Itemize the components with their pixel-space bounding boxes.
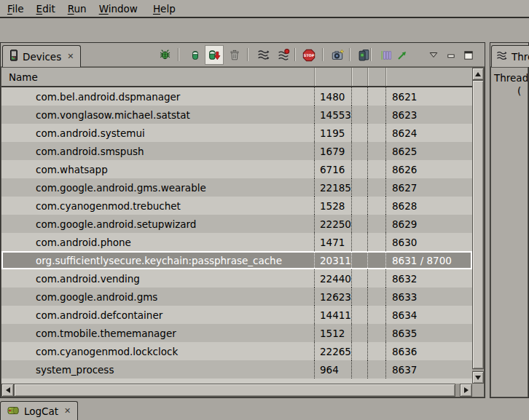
screen-capture-button[interactable]	[328, 45, 347, 65]
device-table-row[interactable]: com.android.systemui 1195 8624	[1, 124, 472, 142]
device-table-row[interactable]: com.android.defcontainer 14411 8634	[1, 306, 472, 324]
devices-view: Devices ✕ STOP	[0, 42, 485, 398]
threads-message-line1: Thread up	[494, 72, 528, 84]
process-name-cell: com.android.phone	[1, 233, 314, 251]
process-name-cell: com.cyanogenmod.lockclock	[1, 342, 314, 360]
device-table-row[interactable]: org.sufficientlysecure.keychain:passphra…	[1, 251, 472, 269]
debug-button[interactable]	[155, 45, 174, 65]
view-hierarchy-icon	[380, 49, 392, 61]
pid-cell: 1512	[314, 324, 351, 342]
logcat-strip: LogCat ✕	[0, 399, 529, 420]
scroll-left-button[interactable]	[1, 384, 14, 397]
pid-cell: 1679	[314, 142, 351, 160]
vertical-scrollbar[interactable]	[472, 68, 484, 384]
tab-logcat[interactable]: LogCat ✕	[0, 401, 78, 420]
maximize-button[interactable]	[459, 45, 478, 65]
empty-cell	[367, 142, 385, 160]
close-icon[interactable]: ✕	[63, 406, 71, 416]
device-table-row[interactable]: com.cyanogenmod.lockclock 22265 8636	[1, 342, 472, 360]
scroll-up-button[interactable]	[472, 68, 484, 80]
scroll-down-button[interactable]	[472, 371, 484, 384]
empty-cell	[367, 87, 385, 106]
dump-hprof-button[interactable]	[205, 45, 224, 65]
device-table-row[interactable]: com.bel.android.dspmanager 1480 8621	[1, 87, 472, 106]
empty-cell	[367, 178, 385, 197]
empty-cell	[351, 124, 367, 142]
menu-bar: File Edit Run Window Help	[0, 0, 529, 18]
device-table-row[interactable]: com.cyanogenmod.trebuchet 1528 8628	[1, 197, 472, 215]
close-icon[interactable]: ✕	[66, 52, 74, 61]
empty-cell	[367, 324, 385, 342]
device-table-row[interactable]: com.google.android.gms.wearable 22185 86…	[1, 178, 472, 197]
header-cell-pid[interactable]	[314, 68, 351, 86]
menu-run[interactable]: Run	[68, 3, 87, 15]
device-table-row[interactable]: com.whatsapp 6716 8626	[1, 160, 472, 178]
stop-process-button[interactable]: STOP	[299, 45, 318, 65]
minimize-button[interactable]	[442, 45, 461, 65]
pid-cell: 22250	[314, 215, 351, 233]
devices-tabbar: Devices ✕ STOP	[1, 43, 485, 67]
empty-cell	[351, 251, 367, 269]
empty-cell	[367, 197, 385, 215]
process-name-cell: com.tmobile.thememanager	[1, 324, 314, 342]
header-cell-3[interactable]	[351, 68, 367, 86]
menu-window[interactable]: Window	[99, 3, 138, 15]
header-cell-name[interactable]: Name	[1, 68, 314, 86]
tab-threads[interactable]: Threa	[491, 45, 529, 67]
svg-text:STOP: STOP	[304, 53, 315, 58]
cause-gc-button[interactable]	[225, 45, 244, 65]
process-name-cell: com.whatsapp	[1, 160, 314, 178]
device-table-row[interactable]: system_process 964 8637	[1, 360, 472, 379]
update-heap-icon	[189, 49, 201, 61]
device-table-header: Name	[1, 68, 472, 87]
empty-cell	[351, 142, 367, 160]
horizontal-scrollbar[interactable]	[1, 384, 472, 397]
vertical-scrollbar-thumb[interactable]	[472, 80, 484, 369]
device-table-row[interactable]: com.vonglasow.michael.satstat 14553 8623	[1, 106, 472, 124]
menu-help[interactable]: Help	[153, 3, 176, 15]
threads-tabbar: Threa	[490, 43, 528, 67]
empty-cell	[367, 251, 385, 269]
menu-file[interactable]: File	[7, 3, 24, 15]
device-table-row[interactable]: com.android.smspush 1679 8625	[1, 142, 472, 160]
process-name-cell: com.android.defcontainer	[1, 306, 314, 324]
device-table-row[interactable]: com.tmobile.thememanager 1512 8635	[1, 324, 472, 342]
trash-icon	[229, 49, 240, 61]
port-cell: 8636	[385, 342, 472, 360]
toolbar-separator	[322, 48, 323, 61]
device-table-row[interactable]: com.google.android.gms 12623 8633	[1, 288, 472, 306]
device-table-row[interactable]: com.android.vending 22440 8632	[1, 269, 472, 288]
update-threads-button[interactable]	[254, 45, 273, 65]
logcat-icon	[7, 405, 20, 418]
empty-cell	[367, 233, 385, 251]
threads-client-area: Thread up (	[490, 67, 528, 397]
start-trace-button[interactable]	[393, 45, 412, 65]
port-cell: 8623	[385, 106, 472, 124]
pid-cell: 1528	[314, 197, 351, 215]
horizontal-scrollbar-thumb[interactable]	[14, 384, 455, 397]
devices-client-area: Name com.bel.android.dspmanager 1480 862…	[1, 67, 485, 397]
device-table-row[interactable]: com.google.android.setupwizard 22250 862…	[1, 215, 472, 233]
empty-cell	[351, 106, 367, 124]
empty-cell	[351, 178, 367, 197]
header-cell-4[interactable]	[367, 68, 385, 86]
pid-cell: 14553	[314, 106, 351, 124]
pid-cell: 22265	[314, 342, 351, 360]
threads-view: Threa Thread up (	[490, 42, 529, 398]
view-menu-button[interactable]	[424, 47, 443, 62]
pid-cell: 964	[314, 360, 351, 379]
toolbar-separator	[178, 48, 179, 61]
header-cell-port[interactable]	[385, 68, 472, 86]
empty-cell	[351, 342, 367, 360]
device-table-row[interactable]: com.android.phone 1471 8630	[1, 233, 472, 251]
empty-cell	[351, 269, 367, 288]
start-method-profiling-button[interactable]	[274, 45, 293, 65]
menu-edit[interactable]: Edit	[36, 3, 55, 15]
tab-devices[interactable]: Devices ✕	[2, 45, 81, 67]
empty-cell	[351, 360, 367, 379]
screen-capture-icon	[332, 49, 344, 61]
logcat-tab-label: LogCat	[24, 405, 58, 417]
update-heap-button[interactable]	[186, 45, 205, 65]
scroll-right-button[interactable]	[460, 384, 472, 397]
toolbar-separator	[370, 48, 371, 61]
